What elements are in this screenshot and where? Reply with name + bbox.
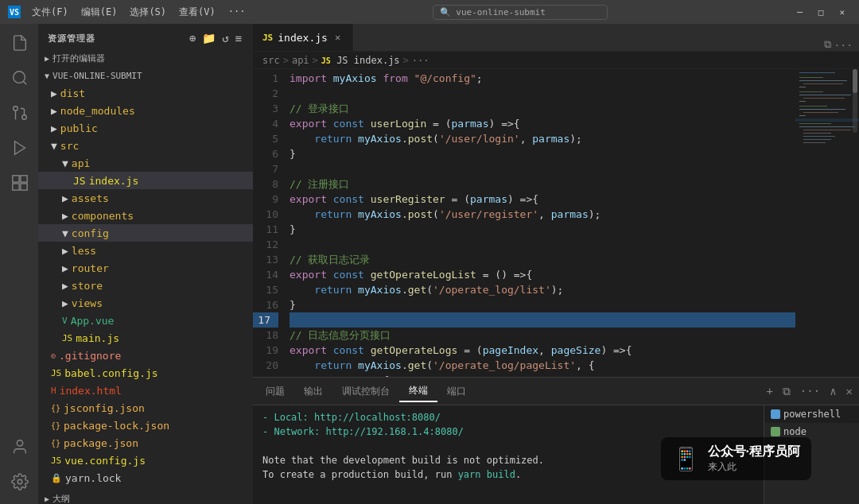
tree-item-index-js[interactable]: JS index.js [38,172,253,189]
activity-extensions[interactable] [3,167,35,199]
tree-item-components[interactable]: ▶ components [38,207,253,224]
tree-item-label: assets [72,192,109,204]
menu-edit[interactable]: 编辑(E) [76,4,122,21]
vue-file-icon: V [62,316,68,326]
tree-item-label: main.js [76,332,119,344]
tree-item-label: package.json [64,437,138,449]
panel-tab-output[interactable]: 输出 [294,382,332,401]
tree-item-index-html[interactable]: H index.html [38,382,253,399]
panel-collapse-icon[interactable]: ∧ [826,383,839,399]
tree-item-node-modules[interactable]: ▶ node_modules [38,102,253,119]
titlebar-center: 🔍 vue-online-submit [250,5,791,20]
breadcrumb-more[interactable]: ··· [412,55,430,66]
activity-debug[interactable] [3,132,35,164]
svg-rect-34 [803,139,831,140]
tree-item-package-json[interactable]: {} package.json [38,434,253,452]
maximize-button[interactable]: □ [812,6,830,19]
refresh-icon[interactable]: ↺ [220,30,230,46]
svg-rect-23 [799,101,806,102]
activity-settings[interactable] [3,466,35,498]
activity-account[interactable] [3,431,35,463]
menu-file[interactable]: 文件(F) [27,4,73,21]
tree-item-dist[interactable]: ▶ dist [38,84,253,102]
tree-item-label: babel.config.js [64,367,157,379]
tree-item-app-vue[interactable]: V App.vue [38,312,253,329]
tree-item-gitignore[interactable]: ⊙ .gitignore [38,347,253,364]
code-line-4: export const userLogin = (parmas) =>{ [290,116,795,131]
menu-view[interactable]: 查看(V) [174,4,220,21]
activity-search[interactable] [3,62,35,94]
tab-close-button[interactable]: ✕ [332,31,343,44]
panel-tab-terminal[interactable]: 终端 [399,381,437,402]
panel-close-icon[interactable]: ✕ [843,383,856,399]
more-actions-icon[interactable]: ··· [834,39,853,51]
collapse-icon[interactable]: ≡ [234,30,243,46]
breadcrumb-file[interactable]: JS JS index.js [321,55,400,66]
new-folder-icon[interactable]: 📁 [200,30,217,46]
svg-rect-18 [803,83,843,84]
tree-item-src[interactable]: ▼ src [38,137,253,154]
panel-tab-ports[interactable]: 端口 [437,382,476,401]
menu-more[interactable]: ··· [223,4,251,21]
project-section[interactable]: ▼ VUE-ONLINE-SUBMIT [38,68,253,84]
node-icon [771,427,780,436]
tree-item-public[interactable]: ▶ public [38,119,253,137]
tree-item-api[interactable]: ▼ api [38,154,253,172]
sidebar-actions: ⊕ 📁 ↺ ≡ [188,30,243,46]
activity-source-control[interactable] [3,97,35,129]
terminal-tab-powershell[interactable]: powershell [764,405,859,423]
watermark-sub: 来入此 [708,460,800,474]
tab-index-js[interactable]: JS index.js ✕ [253,24,353,51]
tree-item-router[interactable]: ▶ router [38,259,253,277]
svg-rect-27 [799,115,806,116]
panel-tab-debug[interactable]: 调试控制台 [332,382,399,401]
menu-select[interactable]: 选择(S) [125,4,171,21]
close-button[interactable]: ✕ [833,6,851,19]
panel-more-icon[interactable]: ··· [797,383,823,399]
split-editor-icon[interactable]: ⧉ [824,38,831,51]
svg-marker-7 [15,142,25,155]
folder-icon: ▶ [51,87,57,99]
tree-item-less[interactable]: ▶ less [38,242,253,259]
new-terminal-icon[interactable]: + [763,383,775,399]
tab-bar: JS index.js ✕ ⧉ ··· [253,24,859,52]
minimize-button[interactable]: ─ [791,6,809,19]
activity-bar [0,24,38,504]
titlebar: VS 文件(F) 编辑(E) 选择(S) 查看(V) ··· 🔍 vue-onl… [0,0,859,24]
folder-open-icon: ▼ [62,157,68,169]
activity-files[interactable] [3,27,35,59]
svg-rect-29 [799,123,831,124]
tree-item-jsconfig-json[interactable]: {} jsconfig.json [38,399,253,417]
code-line-19: export const getOperateLogs = (pageIndex… [290,343,795,358]
code-line-13: // 获取日志记录 [290,252,795,267]
tree-item-label: index.html [60,385,122,397]
tree-item-main-js[interactable]: JS main.js [38,329,253,347]
open-editors-section[interactable]: ▶ 打开的编辑器 [38,49,253,68]
app-icon: VS [8,6,21,18]
search-box[interactable]: 🔍 vue-online-submit [433,5,608,20]
breadcrumb-src[interactable]: src [262,55,280,66]
tree-item-babel-config[interactable]: JS babel.config.js [38,364,253,382]
tree-item-config[interactable]: ▼ config [38,224,253,242]
tree-item-yarn-lock[interactable]: 🔒 yarn.lock [38,469,253,487]
tree-item-package-lock-json[interactable]: {} package-lock.json [38,417,253,434]
chevron-right-icon: ▶ [45,54,49,63]
tree-item-assets[interactable]: ▶ assets [38,189,253,207]
tree-item-views[interactable]: ▶ views [38,294,253,312]
panel-tab-issues[interactable]: 问题 [256,382,294,401]
editor-area: JS index.js ✕ ⧉ ··· src > api > JS JS in… [253,24,859,504]
project-label: VUE-ONLINE-SUBMIT [52,71,142,81]
js-file-icon: JS [73,175,86,187]
json-file-icon: {} [51,439,60,448]
new-file-icon[interactable]: ⊕ [188,30,197,46]
svg-rect-10 [13,184,19,190]
outline-section[interactable]: ▶ 大纲 [38,490,253,504]
breadcrumb-sep3: > [403,55,409,66]
panel-split-icon[interactable]: ⧉ [779,383,794,400]
tree-item-vue-config-js[interactable]: JS vue.config.js [38,452,253,469]
breadcrumb-api[interactable]: api [292,55,309,66]
code-editor[interactable]: import myAxios from "@/config"; // 登录接口 … [286,69,795,377]
tree-item-store[interactable]: ▶ store [38,277,253,294]
tree-item-label: config [72,227,109,239]
svg-point-13 [17,479,22,484]
